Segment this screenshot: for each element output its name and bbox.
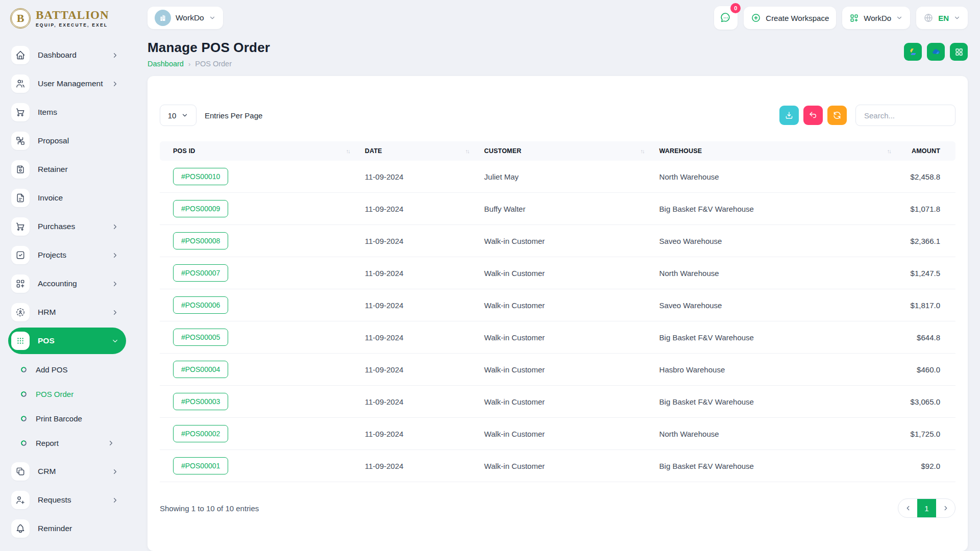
dots-grid-icon [11,332,30,350]
users-icon [11,74,30,93]
sidebar-item-projects[interactable]: Projects [8,241,126,269]
submenu-item-report[interactable]: Report [8,431,126,455]
amount-cell: $1,725.0 [900,418,955,450]
reset-button[interactable] [803,106,823,125]
date-cell: 11-09-2024 [359,257,478,289]
grid-view-button[interactable] [950,43,968,61]
table-row: #POS00005 11-09-2024 Walk-in Customer Bi… [160,321,955,354]
sidebar-item-label: Projects [38,251,111,260]
sidebar-item-dashboard[interactable]: Dashboard [8,41,126,69]
create-workspace-button[interactable]: Create Workspace [744,7,836,29]
customer-cell: Walk-in Customer [478,450,653,482]
main-content: WorkDo 0 Create Workspace [135,0,980,551]
bell-icon [11,519,30,538]
workdo-menu-label: WorkDo [864,14,891,22]
language-label: EN [938,14,949,22]
create-workspace-label: Create Workspace [766,14,829,22]
sidebar-item-label: Retainer [38,165,126,174]
submenu-item-label: POS Order [36,390,126,398]
chevron-down-icon [181,112,188,119]
search-input[interactable] [855,105,955,126]
onedrive-button[interactable] [927,43,945,61]
pos-id-badge[interactable]: #POS00002 [173,425,228,442]
pos-id-badge[interactable]: #POS00005 [173,329,228,346]
column-header-customer[interactable]: CUSTOMER↑↓ [478,141,653,161]
submenu-item-label: Report [36,439,107,447]
person-dashed-circle-icon [11,303,30,321]
sidebar-item-user-management[interactable]: User Management [8,69,126,98]
column-header-amount[interactable]: AMOUNT [900,141,955,161]
refresh-button[interactable] [827,106,847,125]
sidebar-item-proposal[interactable]: Proposal [8,127,126,155]
floppy-icon [11,160,30,179]
undo-icon [808,111,818,120]
brand-logo[interactable]: B BATTALION EQUIP, EXECUTE, EXEL [8,5,126,34]
sidebar-item-accounting[interactable]: Accounting [8,269,126,298]
bullet-icon [21,391,27,397]
sidebar-item-label: Proposal [38,136,126,145]
sidebar-item-items[interactable]: Items [8,98,126,127]
chevron-down-icon [111,337,119,345]
customer-cell: Walk-in Customer [478,354,653,386]
customer-cell: Walk-in Customer [478,321,653,354]
pos-id-badge[interactable]: #POS00003 [173,393,228,410]
sidebar-item-retainer[interactable]: Retainer [8,155,126,184]
pos-id-badge[interactable]: #POS00004 [173,361,228,378]
grid-icon [954,47,964,57]
brand-name: BATTALION [36,9,109,21]
sidebar-item-crm[interactable]: CRM [8,457,126,486]
chevron-right-icon [111,52,119,59]
next-page-button[interactable] [936,498,955,518]
column-header-pos-id[interactable]: POS ID↑↓ [160,141,359,161]
pos-id-badge[interactable]: #POS00010 [173,168,228,185]
submenu-item-pos-order[interactable]: POS Order [8,382,126,406]
column-header-warehouse[interactable]: WAREHOUSE↑↓ [653,141,900,161]
breadcrumb-current: POS Order [195,60,232,68]
pos-id-badge[interactable]: #POS00001 [173,457,228,474]
table-row: #POS00007 11-09-2024 Walk-in Customer No… [160,257,955,289]
date-cell: 11-09-2024 [359,225,478,257]
sidebar-item-reminder[interactable]: Reminder [8,514,126,543]
chevron-right-icon [111,80,119,88]
submenu-item-print-barcode[interactable]: Print Barcode [8,406,126,431]
pos-id-badge[interactable]: #POS00008 [173,232,228,249]
chevron-down-icon [953,14,961,21]
language-selector[interactable]: EN [916,7,968,29]
customer-cell: Juliet May [478,161,653,193]
export-button[interactable] [779,106,799,125]
messages-button[interactable]: 0 [714,6,738,30]
sidebar-item-purchases[interactable]: Purchases [8,212,126,241]
sidebar-item-requests[interactable]: Requests [8,486,126,514]
amount-cell: $644.8 [900,321,955,354]
chevron-right-icon [107,439,115,447]
amount-cell: $3,065.0 [900,386,955,418]
column-header-date[interactable]: DATE↑↓ [359,141,478,161]
building-icon [155,10,171,26]
date-cell: 11-09-2024 [359,289,478,321]
sidebar-item-label: Reminder [38,524,126,533]
date-cell: 11-09-2024 [359,450,478,482]
previous-page-button[interactable] [898,498,917,518]
warehouse-cell: Hasbro Warehouse [653,354,900,386]
page-number-button[interactable]: 1 [917,498,936,518]
workdo-menu-button[interactable]: WorkDo [842,7,910,29]
customer-cell: Walk-in Customer [478,257,653,289]
sidebar-item-hrm[interactable]: HRM [8,298,126,327]
workspace-selector[interactable]: WorkDo [148,7,223,29]
submenu-item-label: Print Barcode [36,414,126,423]
pos-id-badge[interactable]: #POS00007 [173,264,228,282]
sort-icon: ↑↓ [887,148,891,154]
customer-cell: Walk-in Customer [478,289,653,321]
pos-id-badge[interactable]: #POS00006 [173,296,228,314]
pos-order-table: POS ID↑↓ DATE↑↓ CUSTOMER↑↓ WAREHOUSE↑↓ A… [160,141,955,482]
pos-submenu: Add POS POS Order Print Barcode Report [8,355,126,457]
breadcrumb-separator-icon: › [188,60,190,68]
sidebar-item-pos[interactable]: POS [8,328,126,354]
sidebar-item-invoice[interactable]: Invoice [8,184,126,212]
breadcrumb-dashboard-link[interactable]: Dashboard [148,60,184,68]
entries-per-page-select[interactable]: 10 [160,105,197,126]
pos-id-badge[interactable]: #POS00009 [173,200,228,217]
google-drive-button[interactable] [904,43,922,61]
submenu-item-add-pos[interactable]: Add POS [8,357,126,382]
warehouse-cell: Big Basket F&V Warehouse [653,386,900,418]
